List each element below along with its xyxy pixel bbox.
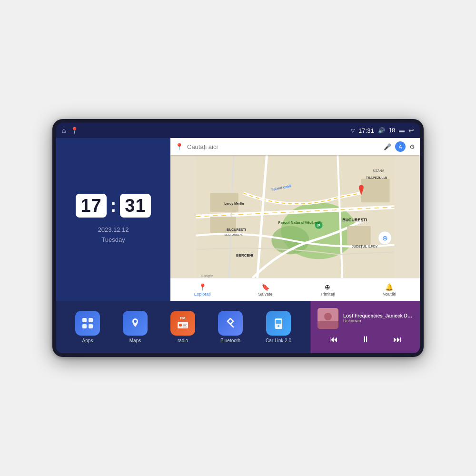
svg-rect-41: [276, 320, 281, 324]
svg-point-44: [324, 313, 332, 320]
date-info: 2023.12.12 Tuesday: [98, 225, 129, 245]
noutati-label: Noutăți: [383, 292, 397, 297]
map-nav-trimiteti[interactable]: ⊕ Trimiteți: [320, 283, 335, 297]
svg-text:BUCUREȘTI: BUCUREȘTI: [227, 228, 246, 232]
screen: ⌂ 📍 ▽ 17:31 🔊 18 ▬ ↩ 17 : 31: [56, 123, 420, 353]
map-search-bar: 📍 🎤 A ⚙: [170, 138, 420, 155]
trimiteti-icon: ⊕: [325, 283, 330, 291]
app-item-carlink[interactable]: Car Link 2.0: [266, 311, 291, 343]
svg-text:TRAPEZULUI: TRAPEZULUI: [366, 176, 387, 179]
music-text: Lost Frequencies_Janieck Devy-... Unknow…: [343, 313, 413, 323]
explorati-icon: 📍: [198, 283, 207, 291]
status-left-icons: ⌂ 📍: [62, 127, 79, 134]
maps-label: Maps: [129, 338, 141, 343]
svg-text:Parcul Natural Văcărești: Parcul Natural Văcărești: [278, 220, 321, 225]
maps-status-icon[interactable]: 📍: [70, 127, 79, 134]
back-icon[interactable]: ↩: [408, 127, 414, 134]
carlink-icon: [266, 311, 291, 336]
svg-text:BERCENI: BERCENI: [236, 253, 253, 258]
next-button[interactable]: ⏭: [389, 333, 406, 347]
bluetooth-label: Bluetooth: [220, 338, 240, 343]
main-content: 17 : 31 2023.12.12 Tuesday 📍 🎤 A ⚙: [56, 138, 420, 301]
svg-rect-45: [317, 321, 338, 329]
apps-icon: [75, 311, 100, 336]
app-item-maps[interactable]: Maps: [123, 311, 148, 343]
explorati-label: Explorați: [194, 292, 211, 297]
music-info: Lost Frequencies_Janieck Devy-... Unknow…: [317, 308, 413, 329]
signal-icon: ▽: [351, 128, 355, 134]
play-pause-button[interactable]: ⏸: [357, 333, 374, 347]
svg-rect-10: [361, 179, 390, 203]
svg-rect-11: [347, 226, 371, 245]
radio-label: radio: [178, 338, 188, 343]
clock-minutes: 31: [120, 194, 150, 218]
svg-point-33: [134, 320, 137, 323]
day-display: Tuesday: [98, 235, 129, 245]
map-svg: P ⊕ Google Parcul Nat: [170, 155, 420, 278]
status-time: 17:31: [358, 127, 374, 134]
car-display-device: ⌂ 📍 ▽ 17:31 🔊 18 ▬ ↩ 17 : 31: [52, 119, 424, 357]
svg-point-15: [359, 185, 364, 190]
music-artist: Unknown: [343, 318, 413, 323]
svg-point-36: [179, 324, 182, 327]
svg-text:SECTORUL 4: SECTORUL 4: [224, 233, 242, 236]
music-player: Lost Frequencies_Janieck Devy-... Unknow…: [310, 301, 420, 353]
map-user-avatar[interactable]: A: [395, 141, 406, 152]
battery-icon: ▬: [399, 127, 405, 134]
music-title: Lost Frequencies_Janieck Devy-...: [343, 313, 413, 318]
prev-button[interactable]: ⏮: [326, 333, 342, 347]
app-item-bluetooth[interactable]: Bluetooth: [218, 311, 243, 343]
noutati-icon: 🔔: [385, 283, 393, 291]
svg-rect-29: [82, 318, 87, 322]
clock-widget: 17 : 31: [76, 194, 150, 218]
salvate-label: Salvate: [258, 292, 273, 297]
date-display: 2023.12.12: [98, 225, 129, 235]
map-search-pin-icon: 📍: [175, 143, 183, 150]
svg-rect-31: [82, 324, 87, 328]
status-bar: ⌂ 📍 ▽ 17:31 🔊 18 ▬ ↩: [56, 123, 420, 138]
carlink-label: Car Link 2.0: [266, 338, 291, 343]
bluetooth-icon: [218, 311, 243, 336]
map-nav-explorati[interactable]: 📍 Explorați: [194, 283, 211, 297]
map-nav-salvate[interactable]: 🔖 Salvate: [258, 283, 273, 297]
svg-text:UZANA: UZANA: [373, 169, 385, 172]
map-area[interactable]: P ⊕ Google Parcul Nat: [170, 155, 420, 278]
music-thumbnail: [317, 308, 338, 329]
music-controls: ⏮ ⏸ ⏭: [317, 333, 413, 347]
svg-text:BUCUREȘTI: BUCUREȘTI: [342, 218, 367, 222]
battery-level: 18: [389, 127, 395, 134]
map-settings-icon[interactable]: ⚙: [409, 143, 415, 150]
svg-rect-30: [89, 318, 93, 322]
clock-hours: 17: [76, 194, 106, 218]
svg-text:Leroy Merlin: Leroy Merlin: [224, 202, 244, 206]
app-item-radio[interactable]: FM radio: [170, 311, 195, 343]
trimiteti-label: Trimiteți: [320, 292, 335, 297]
svg-text:⊕: ⊕: [382, 234, 388, 242]
salvate-icon: 🔖: [261, 283, 269, 291]
map-panel[interactable]: 📍 🎤 A ⚙: [170, 138, 420, 301]
svg-text:FM: FM: [180, 316, 186, 320]
apps-area: Apps Maps: [56, 301, 310, 353]
home-icon[interactable]: ⌂: [62, 127, 66, 134]
svg-text:Google: Google: [201, 274, 213, 278]
svg-rect-32: [89, 324, 93, 328]
app-item-apps[interactable]: Apps: [75, 311, 100, 343]
clock-panel: 17 : 31 2023.12.12 Tuesday: [56, 138, 170, 301]
map-bottom-nav: 📍 Explorați 🔖 Salvate ⊕ Trimiteți 🔔 Nout…: [170, 278, 420, 301]
volume-icon: 🔊: [378, 127, 385, 134]
clock-colon: :: [110, 197, 117, 215]
map-nav-noutati[interactable]: 🔔 Noutăți: [383, 283, 397, 297]
maps-icon: [123, 311, 148, 336]
apps-label: Apps: [82, 338, 93, 343]
radio-icon: FM: [170, 311, 195, 336]
svg-text:JUDEȚUL ILFOV: JUDEȚUL ILFOV: [352, 245, 378, 248]
map-mic-icon[interactable]: 🎤: [384, 143, 391, 150]
status-right: ▽ 17:31 🔊 18 ▬ ↩: [351, 127, 414, 134]
map-search-input[interactable]: [187, 143, 380, 150]
bottom-area: Apps Maps: [56, 301, 420, 353]
svg-point-42: [278, 325, 279, 327]
